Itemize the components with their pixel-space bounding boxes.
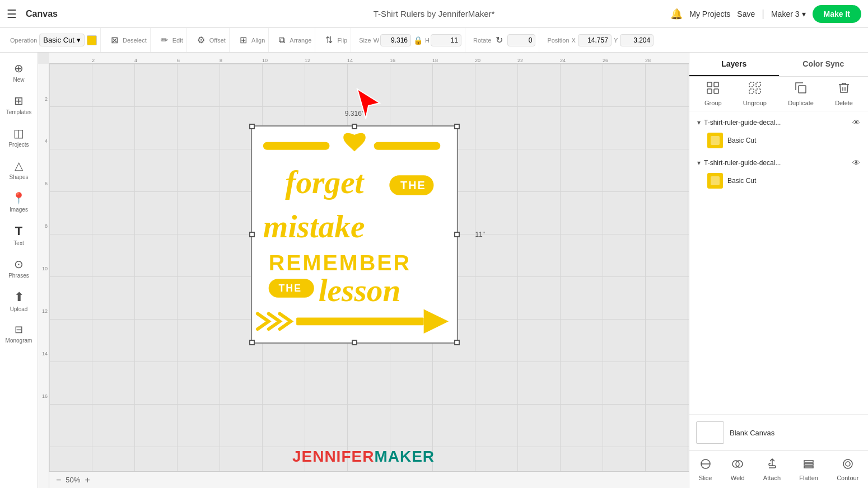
save-button[interactable]: Save: [737, 10, 755, 18]
sidebar-item-upload[interactable]: ⬆ Upload: [2, 285, 36, 317]
deselect-button[interactable]: ⊠: [109, 32, 120, 48]
layer-group-1-visibility-icon[interactable]: 👁: [852, 118, 860, 127]
arrange-group: ⧉ Arrange: [273, 28, 315, 52]
canvas-area[interactable]: 2 4 6 8 10 12 14 16 18 20 22 24 26 28 2 …: [38, 53, 689, 488]
contour-label: Contour: [837, 475, 858, 481]
flip-button[interactable]: ⇅: [323, 32, 335, 48]
menu-icon[interactable]: ☰: [7, 7, 17, 21]
rotate-input[interactable]: [507, 34, 535, 46]
color-swatch[interactable]: [87, 35, 97, 45]
zoom-in-button[interactable]: +: [85, 475, 90, 485]
svg-text:THE: THE: [400, 179, 426, 191]
sidebar-item-shapes[interactable]: △ Shapes: [2, 154, 36, 185]
ruler-left: 2 4 6 8 10 12 14 16: [38, 64, 49, 488]
rotate-label: Rotate: [473, 37, 491, 44]
zoom-out-button[interactable]: −: [56, 475, 61, 485]
offset-button[interactable]: ⚙: [195, 32, 207, 48]
size-label: Size: [359, 37, 371, 44]
maker-button[interactable]: Maker 3 ▾: [771, 10, 806, 18]
handle-bottom-mid[interactable]: [352, 340, 357, 345]
maker-chevron-icon: ▾: [802, 10, 806, 18]
ungroup-icon: [748, 81, 762, 97]
layers-list: ▾ T-shirt-ruler-guide-decal... 👁 Basic C…: [689, 111, 868, 414]
make-it-button[interactable]: Make It: [813, 5, 861, 23]
sidebar-item-phrases[interactable]: ⊙ Phrases: [2, 253, 36, 283]
lock-icon[interactable]: 🔒: [413, 36, 423, 45]
slice-label: Slice: [699, 475, 712, 481]
sidebar-item-templates[interactable]: ⊞ Templates: [2, 90, 36, 120]
handle-top-left[interactable]: [249, 124, 255, 129]
separator: |: [762, 8, 764, 20]
handle-right-mid[interactable]: [454, 232, 460, 237]
text-label: Text: [13, 240, 24, 246]
width-input[interactable]: [380, 34, 411, 46]
height-annotation: 11": [475, 231, 485, 238]
deselect-label: Deselect: [123, 37, 147, 44]
text-icon: T: [15, 224, 22, 238]
delete-action[interactable]: Delete: [835, 81, 853, 106]
bell-icon[interactable]: 🔔: [670, 8, 683, 20]
height-input[interactable]: [431, 34, 461, 46]
arrange-button[interactable]: ⧉: [277, 33, 287, 48]
y-input[interactable]: [620, 34, 654, 46]
svg-rect-14: [707, 82, 712, 87]
svg-rect-17: [714, 89, 718, 93]
flip-label: Flip: [337, 37, 347, 44]
design-container[interactable]: 9.316" 11" forget THE mistak: [251, 125, 458, 344]
topbar: ☰ Canvas T-Shirt Rulers by JenniferMaker…: [0, 0, 868, 28]
contour-icon: [842, 458, 854, 473]
attach-icon: [766, 458, 778, 473]
sidebar-item-text[interactable]: T Text: [2, 219, 36, 251]
svg-text:forget: forget: [285, 165, 365, 200]
handle-bottom-right[interactable]: [454, 340, 460, 345]
layer-group-2-chevron: ▾: [697, 159, 701, 167]
layer-item-1[interactable]: Basic Cut: [694, 129, 864, 152]
monogram-icon: ⊟: [15, 323, 23, 336]
tab-layers[interactable]: Layers: [689, 53, 779, 76]
position-label: Position: [547, 37, 569, 44]
tab-color-sync[interactable]: Color Sync: [779, 53, 869, 76]
operation-chevron-icon: ▾: [77, 36, 81, 44]
layer-item-2[interactable]: Basic Cut: [694, 170, 864, 192]
slice-action[interactable]: Slice: [694, 456, 717, 484]
layer-group-2: ▾ T-shirt-ruler-guide-decal... 👁 Basic C…: [694, 156, 864, 192]
group-action[interactable]: Group: [704, 81, 722, 106]
svg-rect-24: [711, 176, 720, 185]
templates-label: Templates: [6, 109, 32, 115]
sidebar-item-new[interactable]: ⊕ New: [2, 57, 36, 87]
svg-rect-20: [749, 89, 754, 93]
sidebar-item-projects[interactable]: ◫ Projects: [2, 122, 36, 152]
right-panel: Layers Color Sync Group: [689, 53, 868, 488]
x-input[interactable]: [578, 34, 612, 46]
delete-label: Delete: [835, 100, 853, 106]
layer-item-1-name: Basic Cut: [727, 137, 756, 144]
flatten-action[interactable]: Flatten: [795, 456, 823, 484]
align-button[interactable]: ⊞: [237, 32, 249, 48]
my-projects-button[interactable]: My Projects: [689, 10, 730, 18]
contour-action[interactable]: Contour: [832, 456, 863, 484]
layer-group-2-visibility-icon[interactable]: 👁: [852, 158, 860, 167]
layer-group-1: ▾ T-shirt-ruler-guide-decal... 👁 Basic C…: [694, 116, 864, 152]
phrases-label: Phrases: [8, 273, 29, 279]
layer-group-1-header[interactable]: ▾ T-shirt-ruler-guide-decal... 👁: [694, 116, 864, 129]
handle-top-right[interactable]: [454, 124, 460, 129]
upload-icon: ⬆: [14, 290, 24, 304]
attach-label: Attach: [763, 475, 781, 481]
attach-action[interactable]: Attach: [759, 456, 785, 484]
group-label: Group: [704, 100, 722, 106]
edit-button[interactable]: ✏: [158, 32, 170, 48]
svg-text:THE: THE: [278, 283, 302, 294]
duplicate-action[interactable]: Duplicate: [788, 81, 814, 106]
edit-label: Edit: [172, 37, 183, 44]
ungroup-action[interactable]: Ungroup: [743, 81, 767, 106]
operation-dropdown[interactable]: Basic Cut ▾: [39, 34, 85, 46]
svg-rect-11: [296, 317, 424, 325]
handle-bottom-left[interactable]: [249, 340, 255, 345]
sidebar-item-monogram[interactable]: ⊟ Monogram: [2, 319, 36, 348]
layer-group-2-header[interactable]: ▾ T-shirt-ruler-guide-decal... 👁: [694, 156, 864, 170]
rotate-icon-button[interactable]: ↻: [493, 32, 505, 48]
sidebar-item-images[interactable]: 📍 Images: [2, 187, 36, 217]
handle-top-mid[interactable]: [352, 124, 357, 129]
weld-action[interactable]: Weld: [726, 456, 749, 484]
handle-left-mid[interactable]: [249, 232, 255, 237]
